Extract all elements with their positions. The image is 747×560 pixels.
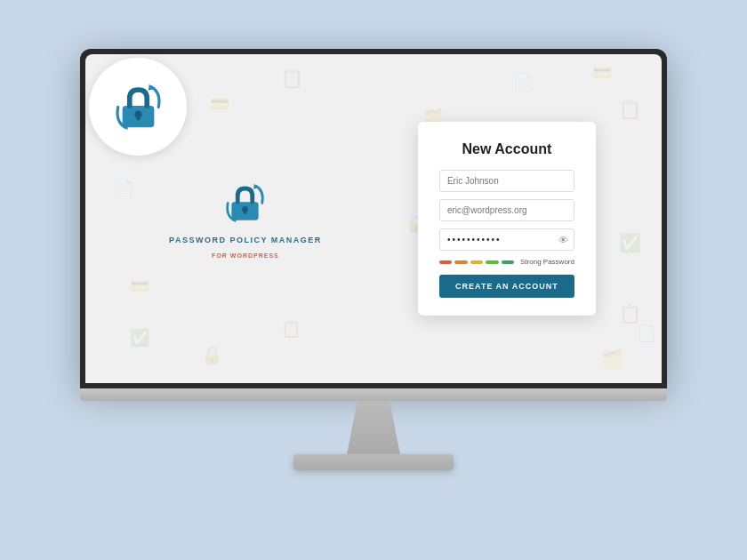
monitor-base	[293, 454, 454, 470]
screen-logo: PASSWORD POLICY MANAGER FOR WORDPRESS	[169, 179, 322, 260]
email-input[interactable]	[439, 199, 574, 221]
scene: 🔒 💳 📋 🗂️ 📄 💳 📋 ✅ 🔒 📋 🗂️ 📄 📄 🔒 ✅ 💳	[62, 31, 685, 529]
strength-segment-1	[439, 260, 452, 264]
strength-segment-3	[470, 260, 483, 264]
strength-segment-2	[454, 260, 467, 264]
logo-circle	[89, 58, 187, 156]
app-title-line1: PASSWORD POLICY MANAGER	[169, 235, 322, 246]
app-title-line2: FOR WORDPRESS	[212, 252, 279, 259]
password-input[interactable]	[439, 228, 574, 251]
password-wrapper: 👁	[439, 228, 574, 251]
svg-rect-2	[136, 114, 140, 120]
monitor-neck	[347, 401, 400, 454]
new-account-form: New Account 👁 Strong Password	[418, 122, 596, 316]
form-title: New Account	[439, 141, 574, 157]
create-account-button[interactable]: CREATE AN ACCOUNT	[439, 275, 574, 298]
strength-label: Strong Password	[520, 258, 574, 266]
toggle-password-icon[interactable]: 👁	[558, 235, 568, 245]
password-strength-bar: Strong Password	[439, 258, 574, 266]
svg-rect-7	[244, 209, 246, 214]
strength-segment-5	[502, 260, 514, 264]
strength-segment-4	[486, 260, 498, 264]
monitor-bottom-bar	[80, 388, 667, 401]
name-input[interactable]	[439, 170, 574, 192]
